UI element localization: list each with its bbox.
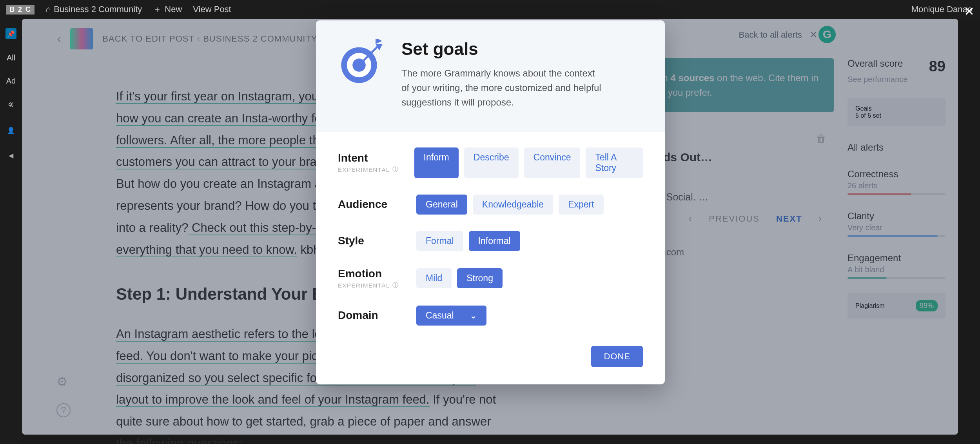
modal-desc: The more Grammarly knows about the conte… bbox=[401, 66, 605, 110]
modal-title: Set goals bbox=[401, 39, 605, 59]
prev-chevron-icon[interactable]: ‹ bbox=[689, 214, 692, 224]
audience-knowledgeable[interactable]: Knowledgeable bbox=[473, 195, 553, 215]
site-home-link[interactable]: ⌂Business 2 Community bbox=[45, 4, 142, 15]
set-goals-modal: Set goals The more Grammarly knows about… bbox=[316, 20, 665, 384]
user-icon[interactable]: 👤 bbox=[5, 125, 16, 136]
ad-label[interactable]: Ad bbox=[6, 76, 16, 86]
all-alerts-tab[interactable]: All alerts bbox=[848, 142, 946, 153]
style-informal[interactable]: Informal bbox=[469, 231, 520, 251]
emotion-row: Emotion EXPERIMENTALⓘ Mild Strong bbox=[338, 267, 643, 289]
grammarly-badge-icon[interactable]: G bbox=[818, 26, 836, 43]
wp-admin-bar: B 2 C ⌂Business 2 Community ＋New View Po… bbox=[0, 0, 980, 19]
prev-button[interactable]: PREVIOUS bbox=[709, 214, 760, 224]
next-button[interactable]: NEXT bbox=[776, 214, 802, 224]
style-row: Style Formal Informal bbox=[338, 231, 643, 251]
view-post-link[interactable]: View Post bbox=[193, 4, 231, 15]
domain-row: Domain Casual ⌄ bbox=[338, 306, 643, 326]
plagiarism-percent: 99% bbox=[916, 300, 938, 311]
user-name[interactable]: Monique Danao bbox=[911, 4, 972, 15]
style-formal[interactable]: Formal bbox=[416, 231, 463, 251]
trash-icon[interactable]: 🗑 bbox=[816, 133, 826, 145]
intent-tell-story[interactable]: Tell A Story bbox=[586, 147, 643, 178]
done-button[interactable]: DONE bbox=[591, 346, 643, 367]
plagiarism-box[interactable]: Plagiarism 99% bbox=[848, 293, 946, 318]
back-to-alerts[interactable]: Back to all alerts bbox=[739, 30, 802, 40]
tool-icon[interactable]: 🛠 bbox=[5, 100, 16, 111]
domain-label: Domain bbox=[338, 309, 416, 322]
close-icon[interactable]: ✕ bbox=[964, 4, 975, 19]
overall-score-value: 89 bbox=[929, 58, 946, 75]
emotion-mild[interactable]: Mild bbox=[416, 268, 452, 288]
overall-score-label: Overall score bbox=[848, 58, 903, 69]
post-thumbnail bbox=[70, 28, 93, 49]
intent-inform[interactable]: Inform bbox=[414, 147, 459, 178]
intent-row: Intent EXPERIMENTALⓘ Inform Describe Con… bbox=[338, 147, 643, 178]
correctness-cat[interactable]: Correctness 26 alerts bbox=[848, 169, 946, 195]
close-alerts-icon[interactable]: ✕ bbox=[810, 30, 817, 40]
see-performance[interactable]: See performance bbox=[848, 75, 946, 84]
all-label[interactable]: All bbox=[7, 53, 15, 62]
intent-describe[interactable]: Describe bbox=[464, 147, 519, 178]
chevron-left-icon[interactable]: ‹ bbox=[57, 33, 61, 45]
wp-left-rail: 📌 All Ad 🛠 👤 ◀ bbox=[0, 19, 22, 444]
audience-general[interactable]: General bbox=[416, 195, 467, 215]
domain-dropdown[interactable]: Casual ⌄ bbox=[416, 306, 486, 326]
emotion-label: Emotion bbox=[338, 267, 416, 280]
site-logo: B 2 C bbox=[6, 5, 34, 15]
audience-expert[interactable]: Expert bbox=[559, 195, 603, 215]
engagement-cat[interactable]: Engagement A bit bland bbox=[848, 253, 946, 279]
help-icon[interactable]: ? bbox=[56, 403, 71, 417]
bc-site[interactable]: BUSINESS 2 COMMUNITY bbox=[203, 34, 317, 44]
pin-icon[interactable]: 📌 bbox=[5, 28, 16, 39]
info-icon-2[interactable]: ⓘ bbox=[392, 282, 399, 289]
intent-label: Intent bbox=[338, 152, 414, 164]
home-icon: ⌂ bbox=[45, 4, 51, 15]
gear-icon[interactable]: ⚙ bbox=[56, 374, 71, 389]
score-sidebar: Overall score 89 See performance Goals 5… bbox=[848, 58, 946, 318]
back-to-edit[interactable]: BACK TO EDIT POST bbox=[102, 34, 194, 44]
target-icon bbox=[338, 39, 385, 86]
bottom-left-tools: ⚙ ? bbox=[56, 374, 71, 417]
chevron-down-icon: ⌄ bbox=[470, 310, 477, 321]
plus-icon: ＋ bbox=[153, 4, 162, 15]
goals-box[interactable]: Goals 5 of 5 set bbox=[848, 98, 946, 126]
collapse-icon[interactable]: ◀ bbox=[5, 150, 16, 161]
intent-convince[interactable]: Convince bbox=[524, 147, 581, 178]
new-link[interactable]: ＋New bbox=[153, 4, 182, 15]
emotion-strong[interactable]: Strong bbox=[457, 268, 503, 288]
clarity-cat[interactable]: Clarity Very clear bbox=[848, 211, 946, 237]
audience-label: Audience bbox=[338, 198, 416, 211]
next-chevron-icon[interactable]: › bbox=[819, 214, 822, 224]
style-label: Style bbox=[338, 235, 416, 247]
info-icon[interactable]: ⓘ bbox=[392, 166, 399, 173]
audience-row: Audience General Knowledgeable Expert bbox=[338, 195, 643, 215]
